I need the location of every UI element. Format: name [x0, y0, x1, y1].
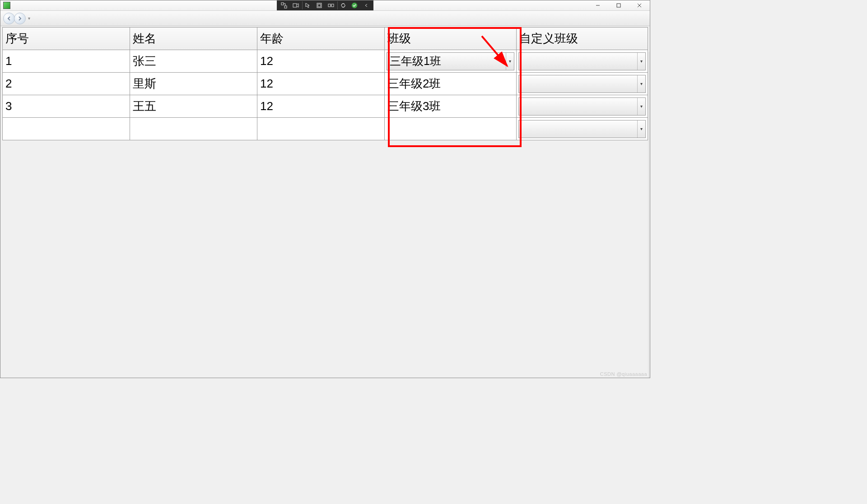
cell-age[interactable]: 12	[257, 73, 385, 95]
table-row: 2里斯12三年级2班 ▾	[3, 73, 648, 95]
header-name[interactable]: 姓名	[130, 28, 257, 50]
cell-custom-class[interactable]: ▾	[517, 73, 648, 95]
class-combobox[interactable]: 三年级1班▾	[387, 52, 514, 70]
app-icon	[3, 2, 10, 9]
svg-rect-6	[331, 4, 334, 7]
svg-rect-0	[281, 3, 284, 5]
chevron-down-icon: ▾	[637, 98, 645, 115]
custom-class-combobox[interactable]: ▾	[518, 52, 646, 70]
header-index[interactable]: 序号	[3, 28, 130, 50]
forward-button[interactable]	[14, 13, 26, 24]
cell-name[interactable]: 王五	[130, 95, 257, 118]
watermark-text: CSDN @qiuaaaaaa	[600, 371, 647, 377]
cell-index[interactable]: 3	[3, 95, 130, 118]
cell-age[interactable]	[257, 118, 385, 140]
dev-toolbar	[277, 0, 373, 10]
chevron-down-icon: ▾	[637, 120, 645, 138]
table-row: 1张三12三年级1班▾ ▾	[3, 50, 648, 73]
svg-rect-4	[318, 4, 321, 7]
app-window: ▾ 序号 姓名 年龄 班级 自定义班级 1张三12三年级1班▾ ▾2里斯12三年…	[0, 0, 650, 378]
svg-rect-1	[284, 6, 287, 8]
title-bar	[0, 0, 650, 11]
cell-index[interactable]	[3, 118, 130, 140]
cell-name[interactable]: 张三	[130, 50, 257, 73]
maximize-button[interactable]	[608, 0, 629, 10]
chevron-down-icon: ▾	[637, 53, 645, 70]
nav-bar: ▾	[0, 11, 650, 26]
header-class[interactable]: 班级	[385, 28, 517, 50]
cell-name[interactable]: 里斯	[130, 73, 257, 95]
table-row: 3王五12三年级3班 ▾	[3, 95, 648, 118]
minimize-button[interactable]	[587, 0, 608, 10]
svg-rect-5	[328, 4, 331, 7]
header-row: 序号 姓名 年龄 班级 自定义班级	[3, 28, 648, 50]
cell-custom-class[interactable]: ▾	[517, 50, 648, 73]
nav-dropdown-icon[interactable]: ▾	[26, 16, 32, 21]
custom-class-combobox[interactable]: ▾	[518, 75, 646, 93]
cell-index[interactable]: 1	[3, 50, 130, 73]
close-button[interactable]	[629, 0, 650, 10]
chevron-down-icon: ▾	[637, 75, 645, 92]
cell-class[interactable]: 三年级2班	[385, 73, 517, 95]
custom-class-combobox[interactable]: ▾	[518, 97, 646, 116]
cell-class[interactable]: 三年级3班	[385, 95, 517, 118]
back-button[interactable]	[3, 13, 15, 24]
content-area: 序号 姓名 年龄 班级 自定义班级 1张三12三年级1班▾ ▾2里斯12三年级2…	[0, 26, 650, 378]
live-tree-icon[interactable]	[279, 1, 289, 9]
chevron-down-icon: ▾	[506, 53, 514, 70]
header-custom[interactable]: 自定义班级	[517, 28, 648, 50]
svg-rect-8	[617, 4, 620, 7]
header-age[interactable]: 年龄	[257, 28, 385, 50]
ok-icon[interactable]	[349, 1, 360, 9]
window-controls	[587, 0, 650, 10]
record-icon[interactable]	[290, 1, 301, 9]
svg-rect-2	[293, 4, 297, 7]
cell-custom-class[interactable]: ▾	[517, 95, 648, 118]
vertical-scrollbar[interactable]	[648, 52, 650, 378]
cell-index[interactable]: 2	[3, 73, 130, 95]
custom-class-combobox[interactable]: ▾	[518, 120, 646, 138]
cell-class[interactable]	[385, 118, 517, 140]
data-grid: 序号 姓名 年龄 班级 自定义班级 1张三12三年级1班▾ ▾2里斯12三年级2…	[2, 27, 648, 140]
class-combobox-value: 三年级1班	[387, 54, 506, 69]
cell-class[interactable]: 三年级1班▾	[385, 50, 517, 73]
collapse-icon[interactable]	[361, 1, 372, 9]
hot-reload-icon[interactable]	[337, 1, 348, 9]
cell-age[interactable]: 12	[257, 50, 385, 73]
select-element-icon[interactable]	[302, 1, 313, 9]
track-focus-icon[interactable]	[326, 1, 336, 9]
cell-name[interactable]	[130, 118, 257, 140]
table-row: ▾	[3, 118, 648, 140]
layout-icon[interactable]	[314, 1, 325, 9]
cell-age[interactable]: 12	[257, 95, 385, 118]
cell-custom-class[interactable]: ▾	[517, 118, 648, 140]
